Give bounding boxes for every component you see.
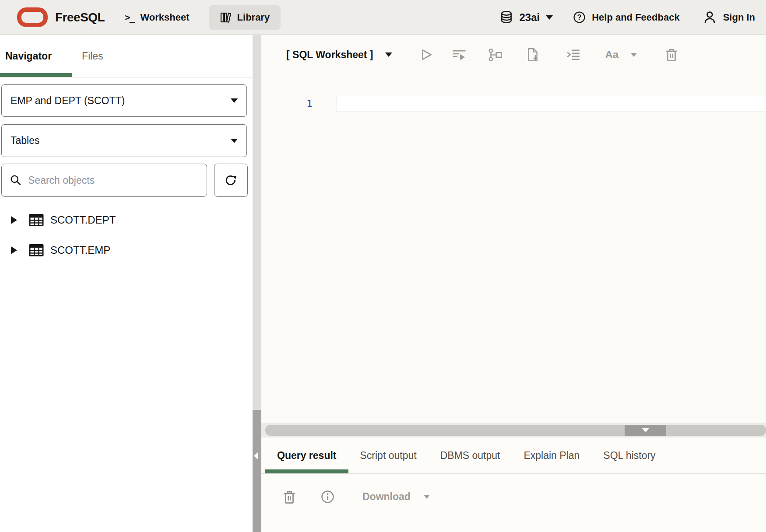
results-toolbar: Download (261, 474, 766, 520)
refresh-button[interactable] (214, 164, 248, 197)
chevron-down-icon (231, 98, 238, 103)
tree-item-scott-emp[interactable]: SCOTT.EMP (0, 239, 253, 261)
object-type-select[interactable]: Tables (1, 124, 247, 157)
vertical-splitter-handle[interactable] (253, 410, 261, 532)
refresh-icon (224, 173, 238, 187)
tree-item-label: SCOTT.EMP (50, 244, 110, 256)
tab-navigator[interactable]: Navigator (5, 50, 52, 62)
download-button[interactable]: Download (362, 491, 430, 503)
run-script-button[interactable] (452, 48, 467, 62)
help-label: Help and Feedback (592, 12, 680, 23)
worksheet-panel: [ SQL Worksheet ] (261, 35, 766, 532)
worksheet-selector[interactable]: [ SQL Worksheet ] (286, 49, 392, 61)
download-label: Download (362, 491, 411, 503)
tab-files[interactable]: Files (82, 50, 103, 62)
run-icon (419, 48, 433, 62)
panel-splitter-vertical[interactable] (253, 35, 261, 532)
object-type-select-value: Tables (11, 135, 39, 147)
trash-icon (282, 490, 296, 504)
expand-arrow-icon[interactable] (11, 246, 17, 254)
results-tabs: Query result Script output DBMS output E… (261, 438, 766, 474)
document-download-icon (525, 47, 539, 62)
database-icon (500, 10, 513, 24)
results-panel: Query result Script output DBMS output E… (261, 438, 766, 532)
chevron-down-icon (631, 53, 637, 57)
library-icon (220, 12, 231, 23)
sign-in-label: Sign In (723, 12, 755, 23)
nav-library-label: Library (237, 12, 270, 23)
worksheet-toolbar: [ SQL Worksheet ] (261, 35, 766, 74)
app-title: FreeSQL (55, 10, 105, 24)
info-icon (320, 490, 335, 504)
svg-text:?: ? (577, 13, 582, 21)
collapse-down-icon (642, 428, 649, 432)
sidebar-tabs: Navigator Files (0, 35, 253, 77)
person-icon (703, 10, 717, 24)
object-tree: SCOTT.DEPT SCOTT.EMP (0, 209, 253, 270)
collapse-results-button[interactable] (625, 425, 666, 436)
download-script-button[interactable] (525, 47, 539, 62)
sign-in-button[interactable]: Sign In (703, 10, 755, 24)
help-icon: ? (573, 11, 586, 24)
panel-splitter-horizontal[interactable] (261, 423, 766, 438)
nav-library[interactable]: Library (209, 5, 281, 30)
format-button[interactable] (566, 48, 580, 61)
active-tab-underline (0, 73, 72, 77)
explain-plan-icon (488, 48, 502, 62)
indent-format-icon (566, 48, 580, 61)
font-size-label: Aa (605, 49, 619, 61)
trash-icon (664, 47, 678, 62)
search-input[interactable] (28, 175, 186, 186)
tab-explain-plan[interactable]: Explain Plan (512, 438, 591, 473)
explain-plan-button[interactable] (488, 48, 502, 62)
expand-arrow-icon[interactable] (11, 216, 17, 224)
run-script-icon (452, 48, 467, 62)
sql-editor-current-line[interactable] (337, 95, 766, 112)
chevron-down-icon (546, 15, 553, 20)
result-info-button[interactable] (320, 490, 335, 504)
tab-sql-history[interactable]: SQL history (591, 438, 667, 473)
schema-select[interactable]: EMP and DEPT (SCOTT) (1, 84, 247, 117)
database-selector[interactable]: 23ai (500, 10, 553, 24)
search-box (1, 164, 207, 197)
tab-query-result[interactable]: Query result (265, 438, 348, 473)
clear-results-button[interactable] (282, 490, 296, 504)
clear-worksheet-button[interactable] (664, 47, 678, 62)
nav-worksheet[interactable]: >_ Worksheet (125, 12, 189, 23)
tree-item-scott-dept[interactable]: SCOTT.DEPT (0, 209, 253, 231)
database-label: 23ai (519, 11, 540, 24)
app-header: FreeSQL >_ Worksheet Library (0, 0, 766, 35)
navigator-sidebar: Navigator Files EMP and DEPT (SCOTT) Tab… (0, 35, 253, 532)
help-button[interactable]: ? Help and Feedback (573, 11, 680, 24)
nav-worksheet-label: Worksheet (141, 12, 190, 23)
table-icon (29, 214, 44, 227)
tree-item-label: SCOTT.DEPT (50, 214, 116, 226)
schema-select-value: EMP and DEPT (SCOTT) (11, 95, 125, 107)
editor-line-number: 1 (305, 98, 314, 109)
freesql-app: FreeSQL >_ Worksheet Library (0, 0, 766, 532)
chevron-down-icon (231, 139, 238, 143)
horizontal-splitter-bar[interactable] (265, 425, 766, 436)
run-statement-button[interactable] (419, 48, 433, 62)
tab-dbms-output[interactable]: DBMS output (429, 438, 512, 473)
terminal-icon: >_ (125, 12, 134, 23)
tab-script-output[interactable]: Script output (348, 438, 429, 473)
table-icon (29, 244, 44, 257)
font-size-selector[interactable]: Aa (605, 49, 637, 61)
search-icon (10, 174, 22, 186)
chevron-down-icon (424, 495, 430, 499)
worksheet-title: [ SQL Worksheet ] (286, 49, 373, 61)
oracle-logo-icon (17, 7, 48, 27)
chevron-down-icon (385, 52, 392, 57)
collapse-left-icon (254, 452, 258, 460)
